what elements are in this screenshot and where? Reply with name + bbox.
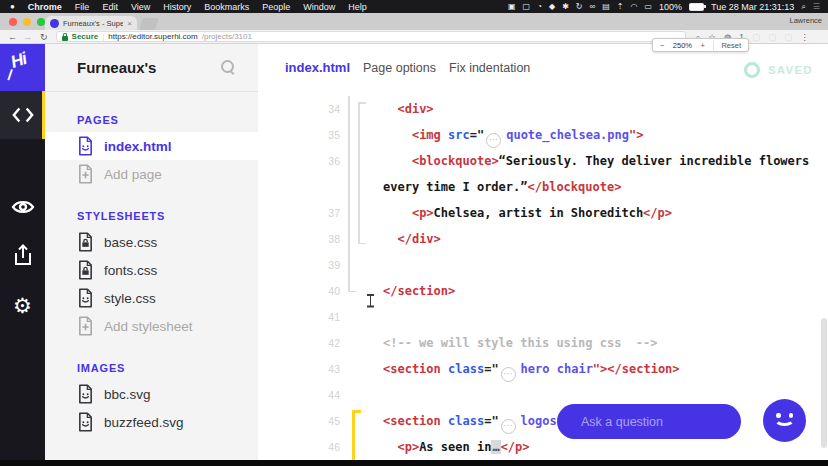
code-line[interactable]: 35 <img src="···quote_chelsea.png">	[258, 122, 828, 148]
editor-scrollbar[interactable]	[821, 318, 827, 448]
file-item-index.html[interactable]: index.html	[45, 132, 258, 160]
extension-dim-icon-2[interactable]: ▢	[768, 30, 776, 44]
file-item-fonts.css[interactable]: fonts.css	[45, 256, 258, 284]
screen-icon[interactable]: ▭	[645, 0, 653, 13]
section-label-stylesheets: STYLESHEETS	[77, 210, 258, 222]
apple-menu-icon[interactable]: ●	[10, 2, 15, 11]
line-number: 45	[258, 415, 340, 427]
file-item-buzzfeed.svg[interactable]: buzzfeed.svg	[45, 408, 258, 436]
code-line[interactable]: 36 <blockquote>“Seriously. They deliver …	[258, 148, 828, 174]
share-button[interactable]	[0, 231, 45, 279]
document-icon[interactable]: ▤	[602, 0, 610, 13]
display-icon[interactable]: ▣	[508, 0, 516, 13]
menu-window[interactable]: Window	[303, 2, 335, 12]
menu-clock[interactable]: Tue 28 Mar 21:31:13	[711, 2, 794, 12]
file-item-add-page[interactable]: Add page	[45, 160, 258, 188]
code-line[interactable]: 43<section class="···hero chair"></secti…	[258, 356, 828, 382]
arrow-up-icon[interactable]: ⇡	[617, 0, 624, 13]
code-line[interactable]: 34 <div>	[258, 96, 828, 122]
help-smiley-button[interactable]	[763, 399, 806, 442]
browser-tab[interactable]: Furneaux's - SuperHi ×	[45, 16, 137, 30]
code-line[interactable]: 41	[258, 304, 828, 330]
zoom-level: 250%	[673, 41, 692, 50]
zoom-window-button[interactable]	[37, 18, 45, 26]
editor-tab-index.html[interactable]: index.html	[285, 60, 350, 75]
settings-button[interactable]: ⚙	[0, 281, 45, 329]
extension-dim-icon-3[interactable]: ▢	[784, 30, 792, 44]
wifi-icon[interactable]: ◠	[631, 0, 638, 13]
code-text: <section class="···hero chair"></section…	[340, 356, 680, 383]
zoom-reset-button[interactable]: Reset	[713, 41, 741, 50]
reload-button[interactable]: ↻	[40, 30, 48, 44]
battery-percent: 100%	[659, 2, 682, 12]
droplet-icon[interactable]: ◆	[549, 0, 555, 13]
file-item-add-stylesheet[interactable]: Add stylesheet	[45, 312, 258, 340]
editor-tab-page-options[interactable]: Page options	[363, 61, 436, 75]
menu-items: ● ChromeFileEditViewHistoryBookmarksPeop…	[0, 2, 367, 12]
code-lines[interactable]: 34 <div>35 <img src="···quote_chelsea.pn…	[258, 96, 828, 460]
sync-icon[interactable]: ↻	[576, 0, 583, 13]
menu-people[interactable]: People	[262, 2, 290, 12]
flower-icon[interactable]: ✱	[562, 0, 569, 13]
editor-tab-fix-indentation[interactable]: Fix indentation	[449, 61, 530, 75]
browser-profile-name: Lawrence	[789, 16, 822, 25]
asset-chip-icon[interactable]: ···	[486, 133, 501, 148]
line-number: 40	[258, 285, 340, 297]
code-line[interactable]: 39	[258, 252, 828, 278]
menu-file[interactable]: File	[75, 2, 90, 12]
menu-help[interactable]: Help	[348, 2, 367, 12]
browser-tab-bar: Furneaux's - SuperHi × Lawrence	[0, 13, 828, 30]
save-status: SAVED	[744, 62, 813, 78]
line-number: 36	[258, 155, 340, 167]
superhi-logo[interactable]: Hi /	[0, 44, 45, 91]
clock-icon[interactable]: ◔	[537, 0, 542, 13]
superhi-editor-app: Hi / ⚙	[0, 44, 828, 466]
new-tab-button[interactable]	[139, 18, 159, 30]
code-text: </section>	[340, 278, 455, 304]
code-line[interactable]: 45<section class="···logos"	[258, 408, 828, 434]
zoom-out-button[interactable]: −	[660, 41, 664, 50]
code-line[interactable]: 38 </div>	[258, 226, 828, 252]
minimize-window-button[interactable]	[23, 18, 31, 26]
preview-button[interactable]	[0, 183, 45, 231]
search-icon[interactable]	[220, 59, 236, 75]
file-name: base.css	[104, 235, 157, 250]
asset-chip-icon[interactable]: ···	[501, 367, 516, 382]
plus-file-icon	[77, 316, 94, 336]
ask-question-button[interactable]: Ask a question	[557, 404, 741, 439]
line-number: 46	[258, 441, 340, 453]
close-window-button[interactable]	[9, 18, 17, 26]
back-button[interactable]: ←	[8, 30, 17, 44]
address-bar[interactable]: Secure | https://editor.superhi.com /pro…	[56, 31, 686, 42]
code-line[interactable]: 40</section>	[258, 278, 828, 304]
menu-kebab-icon[interactable]: ⋮	[800, 30, 809, 44]
asset-chip-icon[interactable]: ···	[501, 419, 516, 434]
menu-history[interactable]: History	[163, 2, 191, 12]
code-line[interactable]: 42<!-- we will style this using css -->	[258, 330, 828, 356]
code-editor[interactable]: index.htmlPage optionsFix indentation SA…	[258, 44, 828, 466]
file-item-base.css[interactable]: base.css	[45, 228, 258, 256]
menu-edit[interactable]: Edit	[102, 2, 118, 12]
code-view-button[interactable]	[0, 91, 45, 139]
menu-bookmarks[interactable]: Bookmarks	[204, 2, 249, 12]
ask-question-label: Ask a question	[581, 415, 663, 429]
menu-list-icon[interactable]: ☰	[813, 0, 820, 13]
code-text: <section class="···logos"	[340, 408, 564, 435]
menu-chrome[interactable]: Chrome	[28, 2, 62, 12]
extension-dim-icon-1[interactable]: ▢	[752, 30, 760, 44]
code-line[interactable]: every time I order.”</blockquote>	[258, 174, 828, 200]
window-icon[interactable]: ▢	[523, 0, 531, 13]
file-item-bbc.svg[interactable]: bbc.svg	[45, 380, 258, 408]
file-item-style.css[interactable]: style.css	[45, 284, 258, 312]
tab-close-icon[interactable]: ×	[127, 19, 132, 28]
spotlight-search-icon[interactable]: ⌕	[801, 0, 805, 13]
code-line[interactable]: 46 <p>As seen in…</p>	[258, 434, 828, 460]
infinity-icon[interactable]: ∞	[590, 0, 596, 13]
forward-button[interactable]: →	[23, 30, 32, 44]
zoom-in-button[interactable]: +	[701, 41, 705, 50]
fold-marker[interactable]: …	[491, 440, 500, 454]
menu-view[interactable]: View	[131, 2, 150, 12]
code-line[interactable]: 37 <p>Chelsea, artist in Shoreditch</p>	[258, 200, 828, 226]
secure-lock-icon	[62, 33, 68, 41]
code-line[interactable]: 44	[258, 382, 828, 408]
